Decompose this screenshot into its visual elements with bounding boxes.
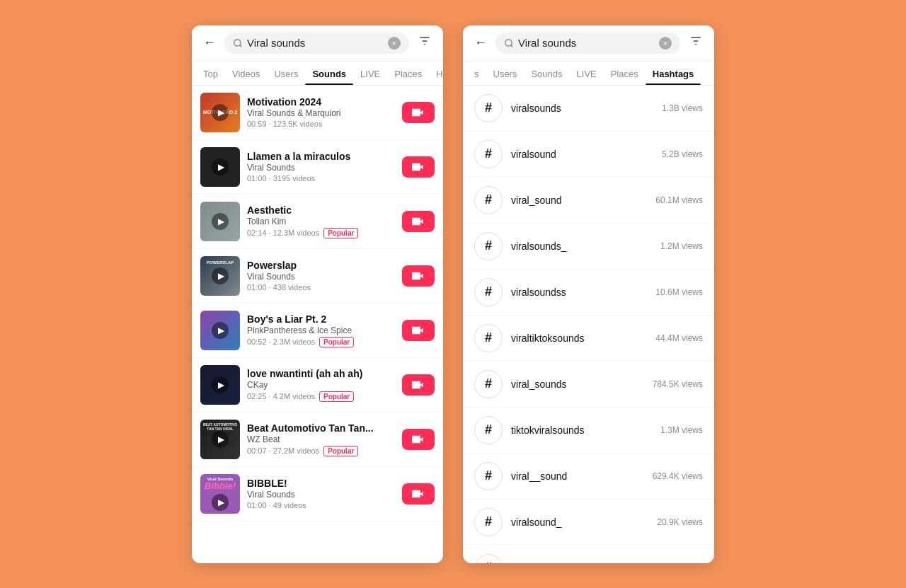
hashtag-name-11: viralesounds: [511, 563, 652, 563]
sound-item-1: MOTIVAÇÃO 2 ▶ Motivation 2024 Viral Soun…: [192, 86, 443, 140]
tab-top-left[interactable]: Top: [196, 62, 225, 85]
tab-places-right[interactable]: Places: [604, 62, 646, 85]
search-bar-left: ← Viral sounds ×: [192, 25, 443, 62]
popular-badge-6: Popular: [319, 391, 354, 402]
search-text-left[interactable]: Viral sounds: [247, 37, 384, 49]
back-button-left[interactable]: ←: [200, 34, 219, 52]
sound-title-2: Llamen a la miraculos: [247, 151, 395, 162]
hashtag-item-5[interactable]: # viralsoundss 10.6M views: [463, 270, 714, 316]
hash-icon-11: #: [474, 554, 503, 563]
sound-title-6: love nwantinti (ah ah ah): [247, 368, 395, 379]
hashtag-item-8[interactable]: # tiktokviralsounds 1.3M views: [463, 408, 714, 454]
tab-hashtags-right[interactable]: Hashtags: [646, 62, 701, 85]
sound-duration-3: 02:14 · 12.3M videos: [247, 229, 319, 237]
sound-duration-6: 02:25 · 4.2M videos: [247, 392, 315, 400]
sound-item-3: ▶ Aesthetic Tollan Kim 02:14 · 12.3M vid…: [192, 195, 443, 249]
hashtag-item-10[interactable]: # viralsound_ 20.9K views: [463, 500, 714, 546]
sound-item-5: ▶ Boy's a Liar Pt. 2 PinkPantheress & Ic…: [192, 304, 443, 358]
hashtag-item-9[interactable]: # viral__sound 629.4K views: [463, 454, 714, 500]
tab-hashtags-left[interactable]: Has: [429, 62, 443, 85]
sound-duration-1: 00:59 · 123.5K videos: [247, 120, 322, 128]
video-button-7[interactable]: [402, 429, 435, 450]
hashtag-item-11[interactable]: # viralesounds 1.4M views: [463, 546, 714, 563]
sound-meta-7: 00:07 · 27.2M videos Popular: [247, 446, 395, 456]
video-button-3[interactable]: [402, 211, 435, 232]
hash-icon-6: #: [474, 324, 503, 352]
filter-button-left[interactable]: [415, 33, 435, 53]
sound-meta-5: 00:52 · 2.3M videos Popular: [247, 337, 395, 347]
hashtag-item-2[interactable]: # viralsound 5.2B views: [463, 132, 714, 178]
video-button-6[interactable]: [402, 374, 435, 396]
hashtag-views-9: 629.4K views: [653, 471, 703, 481]
filter-button-right[interactable]: [686, 33, 706, 53]
sound-item-2: ▶ Llamen a la miraculos Viral Sounds 01:…: [192, 140, 443, 195]
hash-icon-2: #: [474, 140, 503, 168]
svg-line-1: [240, 45, 242, 47]
hashtag-name-4: viralsounds_: [511, 241, 652, 252]
right-panel: ← Viral sounds × s Users Sounds LIVE Pla…: [463, 25, 714, 563]
popular-badge-7: Popular: [323, 446, 358, 456]
hashtag-views-1: 1.3B views: [662, 103, 703, 113]
tab-live-right[interactable]: LIVE: [570, 62, 604, 85]
sound-thumb-7: BEAT AUTOMOTIVO TAN TAN VIRAL ▶: [200, 420, 240, 459]
sound-duration-8: 01:00 · 49 videos: [247, 501, 306, 509]
video-button-4[interactable]: [402, 265, 435, 287]
sound-thumb-8: Viral Sounds Bibble! ▶: [200, 474, 240, 514]
tab-users-right[interactable]: Users: [486, 62, 524, 85]
tabs-right: s Users Sounds LIVE Places Hashtags: [463, 62, 714, 86]
search-icon-left: [233, 38, 243, 48]
tab-sounds-right[interactable]: Sounds: [524, 62, 569, 85]
hashtag-name-1: viralsounds: [511, 103, 653, 114]
hash-icon-7: #: [474, 370, 503, 398]
svg-line-6: [511, 45, 513, 47]
sound-title-4: Powerslap: [247, 260, 395, 271]
tab-sounds-left[interactable]: Sounds: [305, 62, 353, 85]
hash-icon-8: #: [474, 416, 503, 444]
video-button-1[interactable]: [402, 102, 435, 123]
hashtag-name-10: viralsound_: [511, 517, 648, 528]
sound-meta-3: 02:14 · 12.3M videos Popular: [247, 228, 395, 238]
back-button-right[interactable]: ←: [471, 34, 490, 52]
search-text-right[interactable]: Viral sounds: [518, 37, 655, 49]
hashtag-name-3: viral_sound: [511, 195, 647, 206]
sound-info-2: Llamen a la miraculos Viral Sounds 01:00…: [247, 151, 395, 183]
hashtag-item-1[interactable]: # viralsounds 1.3B views: [463, 86, 714, 132]
hashtag-item-6[interactable]: # viraltiktoksounds 44.4M views: [463, 316, 714, 362]
hashtag-views-3: 60.1M views: [655, 195, 703, 205]
clear-button-right[interactable]: ×: [659, 37, 672, 50]
hashtag-views-7: 784.5K views: [653, 379, 703, 389]
tab-live-left[interactable]: LIVE: [353, 62, 387, 85]
hashtag-name-2: viralsound: [511, 149, 653, 160]
popular-badge-3: Popular: [323, 228, 358, 238]
sound-title-8: BIBBLE!: [247, 478, 395, 489]
hashtag-views-5: 10.6M views: [655, 287, 703, 297]
sound-duration-7: 00:07 · 27.2M videos: [247, 446, 319, 455]
hashtag-item-4[interactable]: # viralsounds_ 1.2M views: [463, 224, 714, 270]
sound-artist-7: WZ Beat: [247, 434, 395, 444]
sound-artist-6: CKay: [247, 380, 395, 390]
left-panel: ← Viral sounds × Top Videos Users Sounds…: [192, 25, 443, 563]
hashtag-name-8: tiktokviralsounds: [511, 425, 652, 436]
sound-duration-2: 01:00 · 3195 videos: [247, 174, 315, 183]
sound-meta-2: 01:00 · 3195 videos: [247, 174, 395, 183]
video-button-5[interactable]: [402, 320, 435, 341]
clear-button-left[interactable]: ×: [388, 37, 401, 50]
sound-artist-3: Tollan Kim: [247, 217, 395, 226]
hash-icon-5: #: [474, 278, 503, 306]
sound-artist-4: Viral Sounds: [247, 272, 395, 282]
tab-users-left[interactable]: Users: [267, 62, 305, 85]
tab-places-left[interactable]: Places: [387, 62, 429, 85]
svg-point-0: [234, 39, 241, 45]
tab-videos-left[interactable]: Videos: [225, 62, 268, 85]
search-icon-right: [504, 38, 514, 48]
hashtag-views-4: 1.2M views: [660, 241, 703, 251]
hashtag-views-2: 5.2B views: [662, 149, 703, 159]
hashtag-item-7[interactable]: # viral_sounds 784.5K views: [463, 362, 714, 408]
hashtag-name-9: viral__sound: [511, 471, 644, 482]
hash-icon-4: #: [474, 232, 503, 260]
hashtag-item-3[interactable]: # viral_sound 60.1M views: [463, 178, 714, 224]
video-button-2[interactable]: [402, 156, 435, 178]
video-button-8[interactable]: [402, 483, 435, 505]
sound-title-5: Boy's a Liar Pt. 2: [247, 313, 395, 325]
tab-top-right[interactable]: s: [467, 62, 486, 85]
